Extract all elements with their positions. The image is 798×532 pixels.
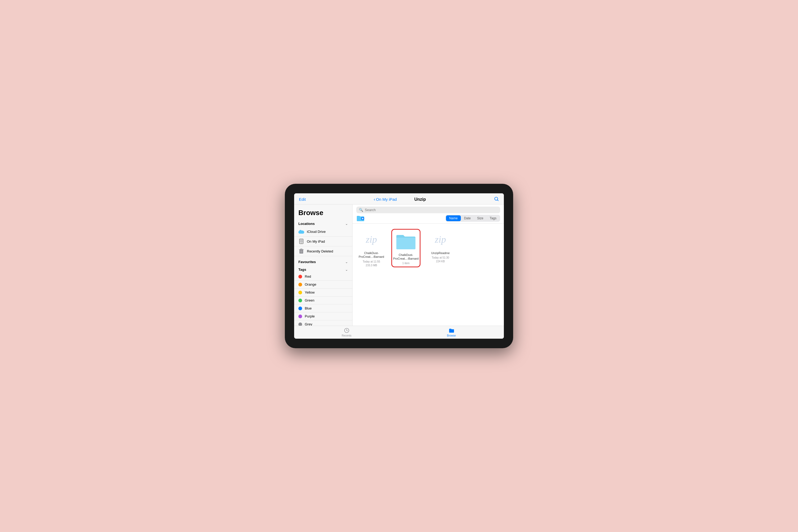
sidebar-item-grey[interactable]: Grey bbox=[294, 320, 352, 326]
recents-tab-label: Recents bbox=[342, 334, 351, 337]
zip2-meta: Today at 51:30 224 KB bbox=[432, 256, 449, 263]
top-bar-center: ‹ On My iPad Unzip bbox=[374, 197, 426, 202]
new-folder-button[interactable] bbox=[356, 215, 365, 222]
icloud-icon bbox=[298, 229, 304, 234]
right-panel-toolbar: 🔍 bbox=[352, 205, 504, 224]
red-label: Red bbox=[305, 274, 311, 279]
svg-point-4 bbox=[301, 230, 304, 233]
file-item-zip2[interactable]: zip UnzipReadme Today at 51:30 224 KB bbox=[426, 229, 455, 267]
ipad-device: Edit ‹ On My iPad Unzip Browse bbox=[285, 184, 513, 348]
sidebar: Browse Locations ⌄ iCloud Driv bbox=[294, 205, 352, 326]
file-item-folder1[interactable]: ChalkDust-ProCreat...-Barnard 1 item bbox=[391, 229, 420, 267]
sidebar-item-purple[interactable]: Purple bbox=[294, 312, 352, 320]
sidebar-item-blue[interactable]: Blue bbox=[294, 304, 352, 312]
sidebar-item-deleted[interactable]: Recently Deleted bbox=[294, 246, 352, 256]
locations-label: Locations bbox=[298, 222, 314, 226]
main-content: Browse Locations ⌄ iCloud Driv bbox=[294, 205, 504, 326]
svg-line-1 bbox=[497, 200, 498, 201]
search-icon: 🔍 bbox=[359, 208, 363, 212]
orange-label: Orange bbox=[305, 282, 316, 286]
browse-tab-label: Browse bbox=[447, 334, 456, 337]
sidebar-item-icloud[interactable]: iCloud Drive bbox=[294, 227, 352, 236]
sort-tab-size[interactable]: Size bbox=[474, 215, 486, 221]
toolbar-left bbox=[356, 215, 365, 222]
svg-point-7 bbox=[301, 243, 302, 244]
tags-label: Tags bbox=[298, 268, 306, 271]
browse-icon bbox=[449, 327, 454, 334]
right-panel: 🔍 bbox=[352, 205, 504, 326]
folder1-icon bbox=[394, 231, 418, 252]
purple-dot-icon bbox=[298, 315, 302, 318]
back-label: On My iPad bbox=[376, 197, 397, 202]
sidebar-item-orange[interactable]: Orange bbox=[294, 281, 352, 288]
zip-text-icon: zip bbox=[366, 234, 377, 245]
zip1-date: Today at 11:55 bbox=[363, 260, 380, 264]
orange-dot-icon bbox=[298, 283, 302, 286]
sort-tab-tags[interactable]: Tags bbox=[487, 215, 500, 221]
zip2-date: Today at 51:30 bbox=[432, 256, 449, 260]
favourites-header[interactable]: Favourites ⌄ bbox=[294, 258, 352, 265]
sort-tab-name[interactable]: Name bbox=[446, 215, 461, 221]
sidebar-item-ipad[interactable]: On My iPad bbox=[294, 236, 352, 246]
sort-tab-date[interactable]: Date bbox=[461, 215, 474, 221]
red-dot-icon bbox=[298, 275, 302, 279]
tab-recents[interactable]: Recents bbox=[294, 326, 399, 339]
ipad-screen: Edit ‹ On My iPad Unzip Browse bbox=[294, 193, 504, 339]
recents-icon bbox=[344, 327, 350, 334]
zip1-icon: zip bbox=[360, 229, 383, 250]
tab-bar: Recents Browse bbox=[294, 326, 504, 339]
favourites-chevron-icon: ⌄ bbox=[345, 260, 348, 264]
locations-chevron-icon: ⌄ bbox=[345, 222, 348, 226]
browse-title: Browse bbox=[294, 209, 352, 220]
search-bar[interactable]: 🔍 bbox=[356, 207, 500, 213]
tab-browse[interactable]: Browse bbox=[399, 326, 504, 339]
green-dot-icon bbox=[298, 299, 302, 302]
zip2-icon: zip bbox=[429, 229, 452, 250]
grey-label: Grey bbox=[305, 322, 312, 326]
zip1-size: 233.3 MB bbox=[363, 264, 380, 267]
sidebar-item-yellow[interactable]: Yellow bbox=[294, 288, 352, 297]
folder1-count: 1 item bbox=[402, 262, 409, 265]
ipad-device-icon bbox=[298, 239, 304, 244]
blue-label: Blue bbox=[305, 306, 312, 310]
toolbar-row: Name Date Size Tags bbox=[356, 215, 500, 222]
zip2-size: 224 KB bbox=[432, 260, 449, 263]
yellow-dot-icon bbox=[298, 291, 302, 294]
sidebar-item-red[interactable]: Red bbox=[294, 273, 352, 281]
trash-icon bbox=[298, 248, 304, 254]
top-right-button[interactable] bbox=[494, 196, 499, 202]
icloud-label: iCloud Drive bbox=[307, 230, 326, 234]
tags-section: Tags ⌄ Red Orange bbox=[294, 266, 352, 326]
grey-dot-icon bbox=[298, 322, 302, 326]
ipad-label: On My iPad bbox=[307, 240, 325, 244]
page-title: Unzip bbox=[414, 197, 426, 202]
svg-rect-6 bbox=[300, 240, 303, 243]
back-chevron-icon: ‹ bbox=[374, 197, 375, 202]
tags-header[interactable]: Tags ⌄ bbox=[294, 266, 352, 273]
file-item-zip1[interactable]: zip ChalkDust-ProCreat...-Barnard Today … bbox=[357, 229, 386, 267]
favourites-label: Favourites bbox=[298, 260, 316, 264]
svg-point-0 bbox=[494, 197, 498, 200]
purple-label: Purple bbox=[305, 314, 315, 318]
yellow-label: Yellow bbox=[305, 290, 314, 294]
file-grid: zip ChalkDust-ProCreat...-Barnard Today … bbox=[352, 224, 504, 273]
zip2-text-icon: zip bbox=[435, 234, 446, 245]
folder1-name: ChalkDust-ProCreat...-Barnard bbox=[393, 253, 419, 261]
tags-chevron-icon: ⌄ bbox=[345, 268, 348, 271]
top-bar: Edit ‹ On My iPad Unzip bbox=[294, 193, 504, 205]
back-button[interactable]: ‹ On My iPad bbox=[374, 197, 397, 202]
edit-button[interactable]: Edit bbox=[299, 197, 306, 202]
zip1-meta: Today at 11:55 233.3 MB bbox=[363, 260, 380, 267]
locations-header[interactable]: Locations ⌄ bbox=[294, 220, 352, 227]
deleted-label: Recently Deleted bbox=[307, 249, 333, 253]
green-label: Green bbox=[305, 298, 314, 302]
zip2-name: UnzipReadme bbox=[431, 251, 450, 255]
zip1-name: ChalkDust-ProCreat...-Barnard bbox=[358, 251, 385, 259]
sidebar-item-green[interactable]: Green bbox=[294, 297, 352, 304]
blue-dot-icon bbox=[298, 307, 302, 310]
sort-tabs: Name Date Size Tags bbox=[446, 215, 500, 222]
search-input[interactable] bbox=[365, 208, 497, 212]
